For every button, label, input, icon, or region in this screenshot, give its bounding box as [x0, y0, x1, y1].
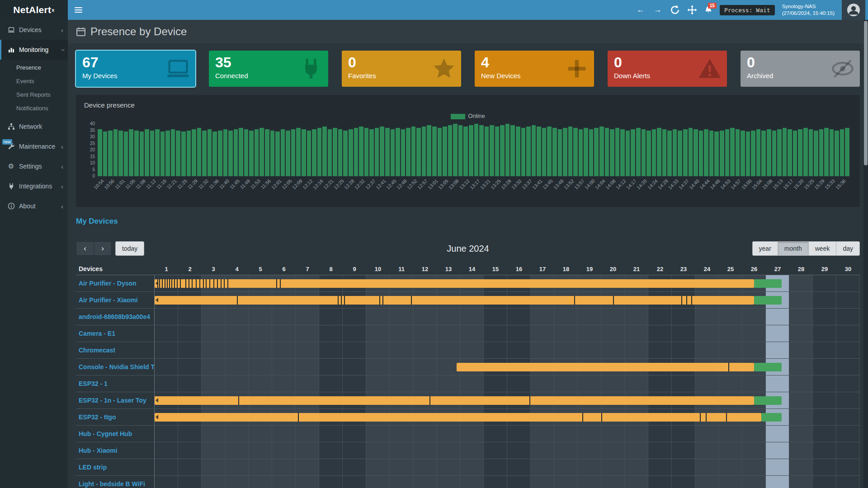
sidebar-item-about[interactable]: About‹	[0, 196, 68, 216]
plug-icon	[299, 57, 323, 80]
offline-tick	[209, 279, 210, 288]
view-button-day[interactable]: day	[836, 241, 860, 256]
stat-card-archived[interactable]: 0Archived	[741, 51, 860, 87]
user-menu[interactable]	[842, 0, 865, 20]
today-button[interactable]: today	[115, 241, 144, 256]
device-link-esp32-ttgo[interactable]: ESP32 - ttgo	[79, 413, 116, 421]
chart-x-label: 14:24	[646, 178, 658, 190]
view-button-year[interactable]: year	[752, 241, 778, 256]
device-link-led-strip[interactable]: LED strip	[79, 464, 107, 471]
page-scrollbar[interactable]	[863, 20, 868, 488]
sidebar-toggle-icon[interactable]	[68, 0, 89, 20]
chart-x-label: 12:52	[406, 178, 418, 190]
sidebar-item-network[interactable]: Network	[0, 117, 68, 136]
sidebar-item-settings[interactable]: ⚙Settings‹	[0, 156, 68, 176]
refresh-icon[interactable]	[670, 5, 680, 15]
app-logo[interactable]: NetAlertx	[0, 0, 68, 20]
chart-x-label: 11:45	[228, 178, 241, 190]
nav-back-icon[interactable]: ←	[636, 5, 646, 15]
device-link-chromecast[interactable]: Chromecast	[79, 347, 115, 354]
process-status: Process: Wait	[720, 5, 775, 15]
device-link-hub-cygnet-hub[interactable]: Hub - Cygnet Hub	[79, 430, 132, 437]
chart-x-label: 11:12	[145, 178, 157, 190]
sidebar-item-maintenance[interactable]: Maintenance‹new	[0, 136, 68, 156]
stat-card-new-devices[interactable]: 4New Devices	[475, 51, 594, 87]
chart-bar	[145, 129, 149, 176]
offline-tick	[237, 296, 238, 305]
sidebar-item-devices[interactable]: Devices‹	[0, 20, 68, 40]
sidebar-item-integrations[interactable]: Integrations‹	[0, 176, 68, 196]
chart-bar	[741, 131, 745, 177]
view-button-month[interactable]: month	[778, 241, 809, 256]
chart-bar	[783, 128, 787, 176]
sidebar-subitem-presence[interactable]: Presence	[0, 61, 68, 74]
device-row: Chromecast	[76, 342, 860, 359]
stat-card-my-devices[interactable]: 67My Devices	[76, 51, 195, 87]
chart-bar	[642, 129, 646, 176]
device-name-cell: Chromecast	[76, 342, 155, 358]
device-row: Console - Nvidia Shield TV	[76, 359, 860, 375]
content-header: Presence by Device	[68, 20, 868, 43]
device-name-cell: Hub - Xiaomi	[76, 442, 155, 459]
chart-bar	[385, 128, 390, 176]
device-link-camera-e1[interactable]: Camera - E1	[79, 330, 115, 337]
day-header-9: 9	[343, 266, 366, 272]
chart-bar	[824, 128, 829, 176]
sidebar-item-label: Integrations	[19, 183, 57, 190]
next-button[interactable]: ›	[94, 241, 112, 256]
presence-bar-online[interactable]	[155, 413, 761, 422]
presence-bar-recent[interactable]	[754, 396, 782, 405]
day-header-1: 1	[155, 266, 178, 272]
devices-column-header: Devices	[76, 265, 155, 272]
stat-card-favorites[interactable]: 0Favorites	[342, 51, 461, 87]
device-link-light-bedside-b-wifi[interactable]: Light - bedside B WiFi	[79, 480, 145, 488]
device-link-air-purifier-xiaomi[interactable]: Air Purifier - Xiaomi	[79, 296, 138, 304]
view-button-week[interactable]: week	[808, 241, 837, 256]
chart-bar	[667, 131, 672, 177]
chart-x-label: 12:57	[416, 178, 429, 190]
chart-x-label: 13:08	[448, 178, 460, 190]
device-link-esp32-1[interactable]: ESP32 - 1	[79, 380, 108, 387]
presence-bar-recent[interactable]	[754, 296, 782, 305]
presence-bar-online[interactable]	[155, 279, 754, 288]
presence-bar-online[interactable]	[457, 363, 754, 371]
timeline-overlay	[155, 325, 860, 342]
chart-x-label: 13:52	[562, 178, 575, 190]
prev-button[interactable]: ‹	[76, 241, 94, 256]
scrollbar-thumb[interactable]	[864, 21, 868, 165]
move-icon[interactable]	[687, 5, 697, 15]
plug-icon	[7, 183, 15, 190]
chart-bar	[312, 129, 316, 176]
chart-x-axis: 10:5410:5611:0111:0511:0811:1211:1611:21…	[98, 176, 850, 204]
sidebar-subitem-events[interactable]: Events	[0, 74, 68, 88]
chart-bar	[547, 127, 552, 176]
presence-bar-recent[interactable]	[761, 413, 782, 422]
notifications-bell-icon[interactable]: 15	[704, 6, 712, 14]
chart-icon	[7, 46, 15, 53]
device-link-android-68608b93a00e4[interactable]: android-68608b93a00e4	[79, 313, 150, 320]
presence-bar-recent[interactable]	[754, 363, 782, 371]
chart-bar	[118, 131, 123, 177]
chart-x-label: 15:00	[740, 178, 752, 190]
stat-card-connected[interactable]: 35Connected	[209, 51, 328, 87]
presence-bar-online[interactable]	[155, 396, 754, 405]
device-link-hub-xiaomi[interactable]: Hub - Xiaomi	[79, 447, 118, 454]
nav-forward-icon[interactable]: →	[653, 5, 663, 15]
presence-bar-online[interactable]	[155, 296, 754, 305]
offline-tick	[681, 296, 682, 305]
offline-tick	[203, 279, 204, 288]
device-link-esp32-1n-laser-toy[interactable]: ESP32 - 1n - Laser Toy	[79, 397, 146, 404]
chart-bar	[181, 131, 186, 176]
device-link-console-nvidia-shield-tv[interactable]: Console - Nvidia Shield TV	[79, 363, 155, 371]
chart-bar	[380, 127, 384, 176]
stat-card-down-alerts[interactable]: 0Down Alerts	[608, 51, 727, 87]
sidebar-subitem-notifications[interactable]: Notifications	[0, 101, 68, 115]
sidebar-item-label: Monitoring	[19, 46, 57, 53]
sidebar-subitem-sent-reports[interactable]: Sent Reports	[0, 88, 68, 101]
device-link-air-purifier-dyson[interactable]: Air Purifier - Dyson	[79, 280, 137, 287]
chart-x-label: 10:54	[92, 178, 104, 190]
presence-bar-recent[interactable]	[754, 279, 782, 288]
chart-bar	[777, 129, 782, 176]
sidebar-item-monitoring[interactable]: Monitoring‹	[0, 40, 68, 60]
chart-x-label: 15:33	[824, 178, 836, 190]
